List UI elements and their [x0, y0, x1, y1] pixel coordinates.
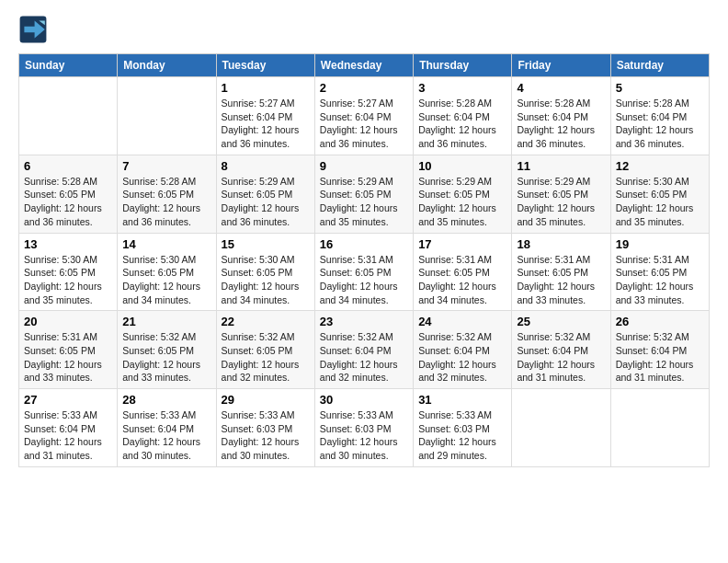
calendar-cell: 23Sunrise: 5:32 AMSunset: 6:04 PMDayligh… — [314, 311, 413, 389]
calendar-cell: 21Sunrise: 5:32 AMSunset: 6:05 PMDayligh… — [118, 311, 216, 389]
week-row-2: 6Sunrise: 5:28 AMSunset: 6:05 PMDaylight… — [19, 155, 710, 233]
header-monday: Monday — [118, 54, 216, 77]
day-number: 4 — [517, 81, 605, 95]
day-number: 18 — [517, 237, 605, 251]
day-number: 12 — [616, 159, 704, 173]
cell-details: Sunrise: 5:28 AMSunset: 6:05 PMDaylight:… — [24, 175, 112, 229]
day-number: 10 — [418, 159, 506, 173]
cell-details: Sunrise: 5:29 AMSunset: 6:05 PMDaylight:… — [320, 175, 408, 229]
day-number: 7 — [122, 159, 210, 173]
day-number: 6 — [24, 159, 112, 173]
calendar-cell: 6Sunrise: 5:28 AMSunset: 6:05 PMDaylight… — [19, 155, 118, 233]
day-number: 26 — [616, 315, 704, 328]
calendar-cell: 3Sunrise: 5:28 AMSunset: 6:04 PMDaylight… — [414, 77, 512, 155]
cell-details: Sunrise: 5:31 AMSunset: 6:05 PMDaylight:… — [320, 253, 408, 307]
calendar-cell: 29Sunrise: 5:33 AMSunset: 6:03 PMDayligh… — [216, 389, 314, 467]
day-number: 21 — [122, 315, 210, 328]
day-number: 31 — [418, 393, 506, 407]
calendar-cell: 13Sunrise: 5:30 AMSunset: 6:05 PMDayligh… — [19, 233, 118, 311]
cell-details: Sunrise: 5:29 AMSunset: 6:05 PMDaylight:… — [418, 175, 506, 229]
day-number: 28 — [122, 393, 210, 407]
cell-details: Sunrise: 5:28 AMSunset: 6:04 PMDaylight:… — [517, 97, 605, 151]
cell-details: Sunrise: 5:30 AMSunset: 6:05 PMDaylight:… — [122, 253, 210, 307]
cell-details: Sunrise: 5:33 AMSunset: 6:03 PMDaylight:… — [222, 408, 310, 463]
calendar-cell: 31Sunrise: 5:33 AMSunset: 6:03 PMDayligh… — [414, 389, 512, 467]
calendar-cell: 14Sunrise: 5:30 AMSunset: 6:05 PMDayligh… — [118, 233, 216, 311]
cell-details: Sunrise: 5:27 AMSunset: 6:04 PMDaylight:… — [222, 97, 310, 151]
header-wednesday: Wednesday — [314, 54, 413, 77]
calendar-cell: 9Sunrise: 5:29 AMSunset: 6:05 PMDaylight… — [314, 155, 413, 233]
calendar-cell: 8Sunrise: 5:29 AMSunset: 6:05 PMDaylight… — [216, 155, 314, 233]
week-row-1: 1Sunrise: 5:27 AMSunset: 6:04 PMDaylight… — [19, 77, 710, 155]
cell-details: Sunrise: 5:32 AMSunset: 6:05 PMDaylight:… — [222, 330, 310, 385]
day-number: 13 — [24, 237, 112, 251]
day-number: 30 — [320, 393, 408, 407]
calendar-cell: 30Sunrise: 5:33 AMSunset: 6:03 PMDayligh… — [314, 389, 413, 467]
week-row-5: 27Sunrise: 5:33 AMSunset: 6:04 PMDayligh… — [19, 389, 710, 467]
cell-details: Sunrise: 5:31 AMSunset: 6:05 PMDaylight:… — [418, 253, 506, 307]
header-saturday: Saturday — [610, 54, 709, 77]
calendar-cell: 4Sunrise: 5:28 AMSunset: 6:04 PMDaylight… — [512, 77, 610, 155]
cell-details: Sunrise: 5:33 AMSunset: 6:03 PMDaylight:… — [320, 408, 408, 463]
calendar-cell: 5Sunrise: 5:28 AMSunset: 6:04 PMDaylight… — [610, 77, 709, 155]
cell-details: Sunrise: 5:31 AMSunset: 6:05 PMDaylight:… — [616, 253, 704, 307]
calendar-cell: 17Sunrise: 5:31 AMSunset: 6:05 PMDayligh… — [414, 233, 512, 311]
header-thursday: Thursday — [414, 54, 512, 77]
calendar-cell: 11Sunrise: 5:29 AMSunset: 6:05 PMDayligh… — [512, 155, 610, 233]
day-number: 24 — [418, 315, 506, 328]
calendar-cell — [610, 389, 709, 467]
calendar-cell: 22Sunrise: 5:32 AMSunset: 6:05 PMDayligh… — [216, 311, 314, 389]
logo — [18, 15, 51, 44]
cell-details: Sunrise: 5:32 AMSunset: 6:05 PMDaylight:… — [122, 330, 210, 385]
calendar-cell: 20Sunrise: 5:31 AMSunset: 6:05 PMDayligh… — [19, 311, 118, 389]
cell-details: Sunrise: 5:28 AMSunset: 6:05 PMDaylight:… — [122, 175, 210, 229]
cell-details: Sunrise: 5:30 AMSunset: 6:05 PMDaylight:… — [616, 175, 704, 229]
day-number: 11 — [517, 159, 605, 173]
header-friday: Friday — [512, 54, 610, 77]
day-number: 5 — [616, 81, 704, 95]
cell-details: Sunrise: 5:33 AMSunset: 6:04 PMDaylight:… — [24, 408, 112, 463]
calendar-cell: 19Sunrise: 5:31 AMSunset: 6:05 PMDayligh… — [610, 233, 709, 311]
logo-icon — [18, 15, 48, 44]
cell-details: Sunrise: 5:31 AMSunset: 6:05 PMDaylight:… — [24, 330, 112, 385]
cell-details: Sunrise: 5:28 AMSunset: 6:04 PMDaylight:… — [418, 97, 506, 151]
day-number: 1 — [222, 81, 310, 95]
day-number: 8 — [222, 159, 310, 173]
day-number: 2 — [320, 81, 408, 95]
calendar-cell: 26Sunrise: 5:32 AMSunset: 6:04 PMDayligh… — [610, 311, 709, 389]
day-number: 23 — [320, 315, 408, 328]
calendar-cell: 27Sunrise: 5:33 AMSunset: 6:04 PMDayligh… — [19, 389, 118, 467]
day-number: 20 — [24, 315, 112, 328]
calendar-cell: 12Sunrise: 5:30 AMSunset: 6:05 PMDayligh… — [610, 155, 709, 233]
cell-details: Sunrise: 5:28 AMSunset: 6:04 PMDaylight:… — [616, 97, 704, 151]
day-number: 19 — [616, 237, 704, 251]
cell-details: Sunrise: 5:33 AMSunset: 6:03 PMDaylight:… — [418, 408, 506, 463]
day-number: 15 — [222, 237, 310, 251]
week-row-3: 13Sunrise: 5:30 AMSunset: 6:05 PMDayligh… — [19, 233, 710, 311]
calendar-page: SundayMondayTuesdayWednesdayThursdayFrid… — [0, 0, 728, 482]
week-row-4: 20Sunrise: 5:31 AMSunset: 6:05 PMDayligh… — [19, 311, 710, 389]
cell-details: Sunrise: 5:33 AMSunset: 6:04 PMDaylight:… — [122, 408, 210, 463]
calendar-cell: 18Sunrise: 5:31 AMSunset: 6:05 PMDayligh… — [512, 233, 610, 311]
calendar-cell: 2Sunrise: 5:27 AMSunset: 6:04 PMDaylight… — [314, 77, 413, 155]
calendar-cell: 28Sunrise: 5:33 AMSunset: 6:04 PMDayligh… — [118, 389, 216, 467]
calendar-cell — [512, 389, 610, 467]
day-number: 16 — [320, 237, 408, 251]
cell-details: Sunrise: 5:29 AMSunset: 6:05 PMDaylight:… — [222, 175, 310, 229]
calendar-table: SundayMondayTuesdayWednesdayThursdayFrid… — [18, 53, 710, 467]
calendar-cell: 16Sunrise: 5:31 AMSunset: 6:05 PMDayligh… — [314, 233, 413, 311]
day-number: 9 — [320, 159, 408, 173]
day-number: 25 — [517, 315, 605, 328]
day-number: 29 — [222, 393, 310, 407]
calendar-cell — [19, 77, 118, 155]
cell-details: Sunrise: 5:30 AMSunset: 6:05 PMDaylight:… — [222, 253, 310, 307]
header — [18, 15, 710, 44]
calendar-cell: 1Sunrise: 5:27 AMSunset: 6:04 PMDaylight… — [216, 77, 314, 155]
cell-details: Sunrise: 5:30 AMSunset: 6:05 PMDaylight:… — [24, 253, 112, 307]
calendar-cell: 24Sunrise: 5:32 AMSunset: 6:04 PMDayligh… — [414, 311, 512, 389]
cell-details: Sunrise: 5:32 AMSunset: 6:04 PMDaylight:… — [517, 330, 605, 385]
day-number: 22 — [222, 315, 310, 328]
cell-details: Sunrise: 5:29 AMSunset: 6:05 PMDaylight:… — [517, 175, 605, 229]
calendar-cell: 7Sunrise: 5:28 AMSunset: 6:05 PMDaylight… — [118, 155, 216, 233]
calendar-cell: 15Sunrise: 5:30 AMSunset: 6:05 PMDayligh… — [216, 233, 314, 311]
